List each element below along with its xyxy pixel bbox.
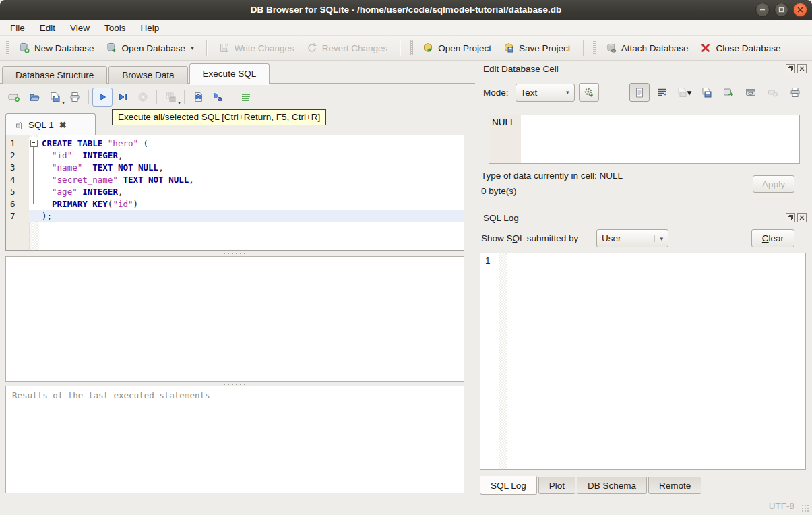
close-button[interactable] <box>793 3 807 17</box>
execute-current-line-button[interactable] <box>113 88 133 107</box>
import-cell-button[interactable]: ▾ <box>674 83 694 102</box>
export-cell-button[interactable] <box>696 83 716 102</box>
window-controls <box>755 3 807 17</box>
close-database-icon <box>700 42 711 53</box>
edit-cell-toolbar: Mode: Text▾ <box>483 83 805 102</box>
copy-link-button[interactable] <box>741 83 761 102</box>
splitter-handle[interactable] <box>222 252 247 255</box>
execute-icon <box>97 92 108 102</box>
tab-database-structure[interactable]: Database Structure <box>2 66 107 84</box>
open-in-app-button[interactable] <box>718 83 739 102</box>
menubar: File Edit View Tools Help <box>0 20 812 36</box>
save-results-button[interactable]: ▾ <box>160 88 181 107</box>
execute-sql-button[interactable] <box>92 88 113 107</box>
sql-tab-close-icon[interactable]: ✖ <box>59 120 67 130</box>
word-wrap-button[interactable] <box>652 83 672 102</box>
printable-characters-button[interactable]: b a <box>208 88 228 107</box>
results-grid-pane[interactable] <box>5 256 464 382</box>
text-mode-button[interactable] <box>629 83 650 102</box>
edit-cell-dock-controls <box>786 64 807 73</box>
menu-view[interactable]: View <box>63 20 97 35</box>
print-icon <box>69 92 80 102</box>
save-sql-file-button[interactable]: ▾ <box>44 88 65 107</box>
print-sql-button[interactable] <box>65 88 85 107</box>
open-database-button[interactable]: Open Database ▾ <box>100 39 200 57</box>
cell-value-editor[interactable]: NULL <box>489 115 800 164</box>
log-filter-combobox[interactable]: User▾ <box>596 229 668 247</box>
sql-tab-label: SQL 1 <box>28 120 54 130</box>
toolbar-handle[interactable] <box>593 40 596 55</box>
code-line[interactable]: 1CREATE TABLE "hero" ( <box>6 137 464 149</box>
print-cell-button[interactable] <box>785 83 805 102</box>
code-line[interactable]: 6 PRIMARY KEY("id") <box>6 198 464 210</box>
minimize-button[interactable] <box>755 3 770 17</box>
menu-tools[interactable]: Tools <box>97 20 133 35</box>
menu-file[interactable]: File <box>3 20 32 35</box>
menu-help[interactable]: Help <box>133 20 167 35</box>
write-changes-icon <box>219 42 230 53</box>
tab-db-schema[interactable]: DB Schema <box>577 477 647 494</box>
tab-remote[interactable]: Remote <box>648 477 701 494</box>
float-panel-icon[interactable] <box>786 64 795 73</box>
mode-label: Mode: <box>483 88 509 98</box>
toolbar-separator <box>206 40 207 56</box>
tab-execute-sql[interactable]: Execute SQL <box>189 63 270 84</box>
clear-log-button[interactable]: Clear <box>751 229 794 247</box>
apply-button[interactable]: Apply <box>753 175 794 193</box>
auto-apply-button[interactable] <box>579 83 599 102</box>
open-database-dropdown-icon[interactable]: ▾ <box>191 44 194 53</box>
toolbar-separator <box>232 90 232 104</box>
save-project-button[interactable]: Save Project <box>497 39 577 57</box>
resize-grip-icon[interactable] <box>801 504 809 512</box>
find-button[interactable] <box>188 88 208 107</box>
set-null-button[interactable] <box>763 83 783 102</box>
tab-browse-data[interactable]: Browse Data <box>108 66 187 84</box>
results-message-pane[interactable]: Results of the last executed statements <box>5 386 464 493</box>
sql-document-tab[interactable]: SQL 1 ✖ <box>5 113 96 135</box>
save-results-dropdown-icon: ▾ <box>178 100 181 106</box>
tab-plot[interactable]: Plot <box>538 477 575 494</box>
chevron-down-icon: ▾ <box>561 89 569 96</box>
mode-combobox[interactable]: Text▾ <box>516 84 575 102</box>
dock-tabbar: SQL Log Plot DB Schema Remote <box>480 477 703 495</box>
sql-log-dock-controls <box>786 213 807 222</box>
format-sql-button[interactable] <box>236 88 256 107</box>
stop-execution-button[interactable] <box>133 88 153 107</box>
revert-changes-button[interactable]: Revert Changes <box>301 39 394 57</box>
open-project-button[interactable]: Open Project <box>416 39 497 57</box>
save-project-icon <box>503 42 514 53</box>
write-changes-button[interactable]: Write Changes <box>213 39 301 57</box>
titlebar[interactable]: DB Browser for SQLite - /home/user/code/… <box>0 0 812 20</box>
sql-editor[interactable]: 1CREATE TABLE "hero" (2 "id" INTEGER,3 "… <box>5 135 464 251</box>
open-file-icon <box>677 87 687 98</box>
close-panel-icon[interactable] <box>797 213 807 222</box>
new-sql-tab-button[interactable] <box>4 88 24 107</box>
close-panel-icon[interactable] <box>797 64 807 73</box>
sql-log-view[interactable]: 1 <box>480 253 806 470</box>
main-area: Database Structure Browse Data Execute S… <box>0 61 475 515</box>
code-line[interactable]: 4 "secret_name" TEXT NOT NULL, <box>6 173 464 185</box>
new-database-button[interactable]: New Database <box>13 39 100 57</box>
tab-sql-log[interactable]: SQL Log <box>480 476 537 495</box>
cell-edit-icons: ▾ <box>629 83 805 102</box>
right-dock: Edit Database Cell Mode: Text▾ <box>475 61 812 515</box>
attach-database-button[interactable]: Attach Database <box>600 39 695 57</box>
code-line[interactable]: 2 "id" INTEGER, <box>6 149 464 161</box>
save-as-icon <box>701 87 712 98</box>
menu-edit[interactable]: Edit <box>32 20 63 35</box>
characters-icon: b a <box>213 92 224 102</box>
open-sql-file-button[interactable] <box>24 88 44 107</box>
save-results-icon <box>165 92 176 102</box>
maximize-button[interactable] <box>774 3 788 17</box>
close-database-button[interactable]: Close Database <box>694 39 786 57</box>
toolbar-separator <box>184 90 185 104</box>
float-panel-icon[interactable] <box>786 213 795 222</box>
encoding-indicator[interactable]: UTF-8 <box>769 501 794 511</box>
toolbar-handle[interactable] <box>410 40 413 55</box>
code-line[interactable]: 7); <box>6 210 464 222</box>
code-line[interactable]: 3 "name" TEXT NOT NULL, <box>6 161 464 173</box>
code-line[interactable]: 5 "age" INTEGER, <box>6 185 464 198</box>
svg-text:a: a <box>218 95 222 102</box>
toolbar-separator <box>400 40 400 56</box>
toolbar-handle[interactable] <box>6 40 9 55</box>
